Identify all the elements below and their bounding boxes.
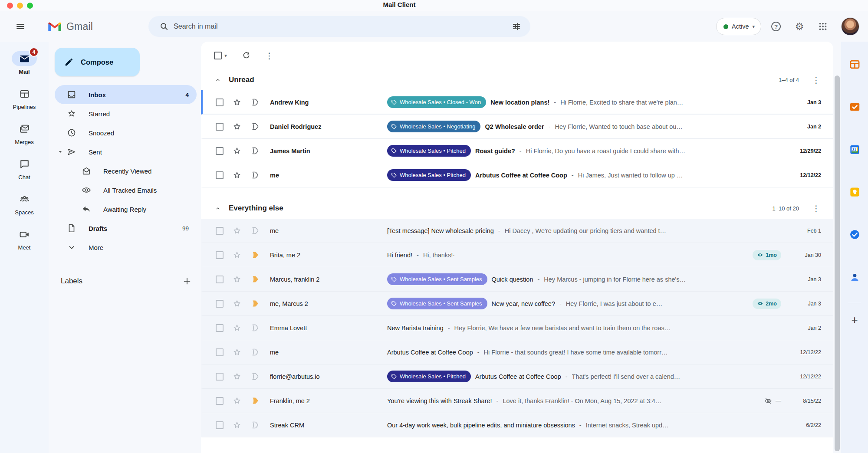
star-icon[interactable] [232, 372, 242, 381]
row-checkbox[interactable] [216, 123, 224, 131]
mail-row[interactable]: Brita, me 2 Hi friend! - Hi, thanks!· 1m… [201, 243, 833, 267]
rail-item-chat[interactable]: Chat [0, 157, 49, 181]
row-checkbox[interactable] [216, 421, 224, 429]
status-dropdown[interactable]: Active ▾ [716, 18, 761, 35]
collapse-section-icon[interactable] [215, 77, 221, 83]
search-icon[interactable] [155, 17, 174, 36]
streak-box-icon[interactable] [250, 226, 260, 235]
star-icon[interactable] [232, 98, 242, 107]
select-dropdown-icon[interactable]: ▾ [224, 53, 227, 59]
star-icon[interactable] [232, 299, 242, 309]
rail-item-pipelines[interactable]: Pipelines [0, 86, 49, 110]
row-date: Jan 3 [787, 99, 821, 105]
compose-button[interactable]: Compose [55, 48, 140, 76]
sidebar-item-recently-viewed[interactable]: Recently Viewed [55, 161, 197, 181]
streak-box-icon[interactable] [250, 250, 260, 259]
star-icon[interactable] [232, 171, 242, 180]
row-checkbox[interactable] [216, 397, 224, 405]
select-all-control[interactable]: ▾ [214, 52, 227, 59]
mail-row[interactable]: Marcus, franklin 2 Wholesale Sales • Sen… [201, 267, 833, 292]
star-icon[interactable] [232, 122, 242, 131]
streak-box-icon[interactable] [250, 420, 260, 430]
streak-box-icon[interactable] [250, 122, 260, 131]
streak-box-icon[interactable] [250, 275, 260, 284]
get-add-ons-button[interactable]: + [847, 312, 862, 328]
streak-box-icon[interactable] [250, 372, 260, 381]
star-icon[interactable] [232, 396, 242, 406]
row-checkbox[interactable] [216, 98, 224, 106]
streak-mail-check-icon[interactable] [846, 98, 863, 115]
star-icon[interactable] [232, 275, 242, 284]
expand-collapse-icon[interactable] [57, 149, 63, 155]
streak-box-icon[interactable] [250, 98, 260, 107]
mail-row[interactable]: Emma Lovett New Barista training - Hey F… [201, 316, 833, 340]
row-checkbox[interactable] [216, 276, 224, 283]
avatar[interactable] [841, 17, 859, 36]
mail-row[interactable]: Franklin, me 2 You're viewing this with … [201, 389, 833, 413]
mail-row[interactable]: Daniel Rodriguez Wholesale Sales • Negot… [201, 115, 833, 139]
row-date: Jan 3 [787, 301, 821, 307]
calendar-icon[interactable]: 31 [846, 141, 863, 158]
row-checkbox[interactable] [216, 147, 224, 155]
google-apps-button[interactable] [814, 18, 832, 35]
search-bar[interactable] [148, 16, 530, 37]
section-menu-button[interactable]: ⋮ [812, 204, 820, 213]
row-checkbox[interactable] [216, 324, 224, 332]
search-options-icon[interactable] [507, 17, 526, 36]
row-checkbox[interactable] [216, 171, 224, 179]
help-button[interactable]: ? [767, 18, 785, 35]
sidebar-item-awaiting-reply[interactable]: Awaiting Reply [55, 200, 197, 219]
more-actions-button[interactable]: ⋮ [265, 52, 273, 60]
row-checkbox[interactable] [216, 251, 224, 259]
mail-row[interactable]: florrie@arbutus.io Wholesale Sales • Pit… [201, 364, 833, 389]
streak-box-icon[interactable] [250, 171, 260, 180]
sidebar-item-sent[interactable]: Sent [55, 142, 197, 161]
streak-box-icon[interactable] [250, 146, 260, 155]
star-icon[interactable] [232, 420, 242, 430]
star-icon[interactable] [232, 250, 242, 260]
rail-item-mail[interactable]: 4 Mail [0, 51, 49, 75]
sidebar-item-more[interactable]: More [55, 238, 197, 257]
mail-row[interactable]: Streak CRM Our 4-day work week, bulk pip… [201, 413, 833, 437]
mail-row[interactable]: me, Marcus 2 Wholesale Sales • Sent Samp… [201, 292, 833, 316]
mail-row[interactable]: me Wholesale Sales • Pitched Arbutus Cof… [201, 163, 833, 187]
star-icon[interactable] [232, 146, 242, 156]
separator: - [498, 227, 500, 234]
rail-item-meet[interactable]: Meet [0, 227, 49, 251]
streak-box-icon[interactable] [250, 323, 260, 332]
contacts-icon[interactable] [846, 268, 863, 286]
settings-button[interactable]: ⚙ [791, 18, 808, 35]
mail-row[interactable]: me [Test message] New wholesale pricing … [201, 219, 833, 243]
main-menu-icon[interactable] [10, 16, 30, 36]
star-icon[interactable] [232, 323, 242, 333]
streak-box-icon[interactable] [250, 299, 260, 308]
rail-item-merges[interactable]: Merges [0, 121, 49, 145]
create-label-button[interactable] [180, 274, 194, 288]
search-input[interactable] [174, 23, 507, 30]
tasks-icon[interactable] [846, 226, 863, 243]
keep-icon[interactable] [846, 183, 863, 200]
select-all-checkbox[interactable] [214, 52, 222, 59]
refresh-button[interactable] [238, 48, 254, 63]
star-icon[interactable] [232, 226, 242, 236]
mail-row[interactable]: James Martin Wholesale Sales • Pitched R… [201, 139, 833, 163]
sidebar-item-starred[interactable]: Starred [55, 104, 197, 123]
row-checkbox[interactable] [216, 227, 224, 235]
section-menu-button[interactable]: ⋮ [812, 76, 820, 84]
row-checkbox[interactable] [216, 300, 224, 308]
streak-box-icon[interactable] [250, 396, 260, 405]
row-checkbox[interactable] [216, 348, 224, 356]
sidebar-item-all-tracked-emails[interactable]: All Tracked Emails [55, 181, 197, 200]
streak-box-icon[interactable] [250, 348, 260, 357]
streak-pipelines-icon[interactable] [846, 56, 863, 73]
sidebar-item-drafts[interactable]: Drafts 99 [55, 219, 197, 238]
sidebar-item-inbox[interactable]: Inbox 4 [55, 85, 197, 104]
star-icon[interactable] [232, 348, 242, 357]
list-scrollbar[interactable] [835, 76, 840, 451]
mail-row[interactable]: me Arbutus Coffee at Coffee Coop - Hi Fl… [201, 340, 833, 364]
rail-item-spaces[interactable]: Spaces [0, 192, 49, 216]
row-checkbox[interactable] [216, 373, 224, 381]
mail-row[interactable]: Andrew King Wholesale Sales • Closed - W… [201, 90, 833, 115]
sidebar-item-snoozed[interactable]: Snoozed [55, 123, 197, 142]
collapse-section-icon[interactable] [215, 205, 221, 211]
